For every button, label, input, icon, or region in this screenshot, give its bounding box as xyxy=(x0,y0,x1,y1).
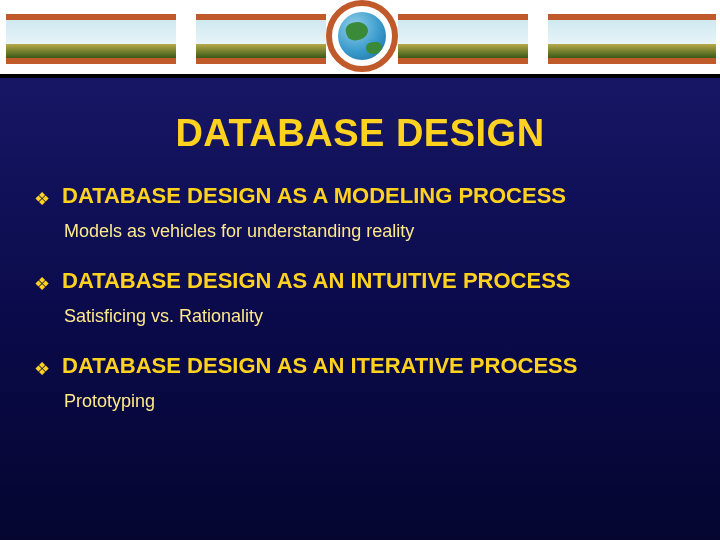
bullet-icon: ❖ xyxy=(34,270,50,298)
banner-strip xyxy=(398,14,528,64)
banner-strip xyxy=(196,14,326,64)
item-subtext: Models as vehicles for understanding rea… xyxy=(64,221,686,242)
item-heading: DATABASE DESIGN AS AN INTUITIVE PROCESS xyxy=(62,268,571,294)
banner-strip xyxy=(548,14,716,64)
bullet-icon: ❖ xyxy=(34,355,50,383)
globe-icon xyxy=(324,0,400,84)
slide-content: ❖ DATABASE DESIGN AS A MODELING PROCESS … xyxy=(34,183,686,412)
item-heading: DATABASE DESIGN AS A MODELING PROCESS xyxy=(62,183,566,209)
list-item: ❖ DATABASE DESIGN AS A MODELING PROCESS … xyxy=(34,183,686,242)
item-heading: DATABASE DESIGN AS AN ITERATIVE PROCESS xyxy=(62,353,577,379)
list-item: ❖ DATABASE DESIGN AS AN INTUITIVE PROCES… xyxy=(34,268,686,327)
item-subtext: Prototyping xyxy=(64,391,686,412)
banner-strip xyxy=(6,14,176,64)
decorative-banner xyxy=(0,0,720,78)
bullet-icon: ❖ xyxy=(34,185,50,213)
item-subtext: Satisficing vs. Rationality xyxy=(64,306,686,327)
slide-title: DATABASE DESIGN xyxy=(0,112,720,155)
list-item: ❖ DATABASE DESIGN AS AN ITERATIVE PROCES… xyxy=(34,353,686,412)
